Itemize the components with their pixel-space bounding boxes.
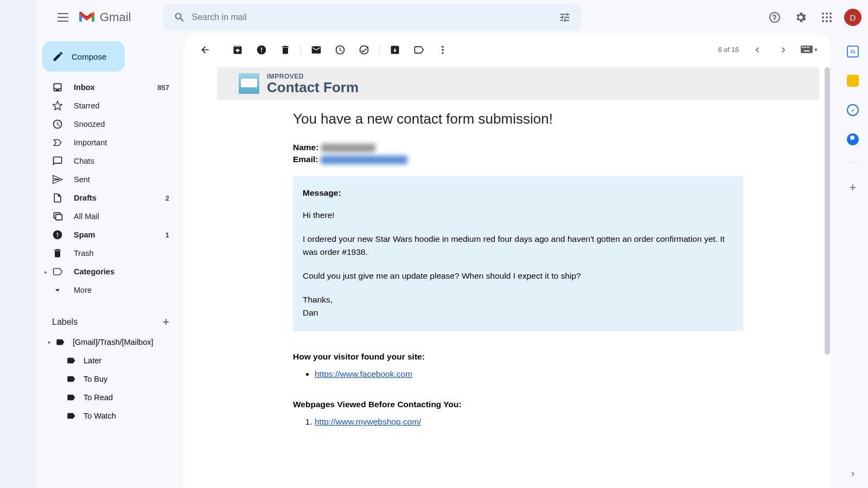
clock-icon	[335, 44, 346, 55]
nav-all-mail[interactable]: All Mail	[37, 207, 178, 226]
inbox-icon	[52, 82, 63, 93]
nav-snoozed[interactable]: Snoozed	[37, 115, 178, 133]
older-button[interactable]	[771, 39, 795, 61]
label-icon	[66, 356, 76, 365]
settings-button[interactable]	[790, 7, 812, 28]
search-button[interactable]	[168, 5, 192, 29]
email-subject: You have a new contact form submission!	[293, 111, 743, 127]
nav-drafts[interactable]: Drafts2	[37, 189, 178, 207]
email-content: IMPROVED Contact Form You have a new con…	[184, 65, 830, 488]
labels-heading: Labels	[52, 317, 78, 327]
trash-icon	[280, 44, 291, 55]
search-icon	[174, 11, 186, 23]
nav-starred[interactable]: Starred	[37, 97, 178, 115]
nav-trash[interactable]: Trash	[37, 244, 178, 262]
labels-button[interactable]	[407, 39, 431, 61]
message-paragraph: Dan	[303, 308, 318, 317]
newer-button[interactable]	[745, 39, 769, 61]
contacts-addon[interactable]	[847, 133, 859, 145]
pagination-count: 6 of 16	[718, 46, 739, 54]
categories-icon	[52, 266, 63, 277]
side-panel: + ›	[838, 35, 868, 488]
nav-spam[interactable]: Spam1	[37, 226, 178, 244]
tasks-addon[interactable]	[847, 104, 859, 116]
gmail-logo-icon	[78, 11, 95, 24]
sent-icon	[52, 174, 63, 185]
keyboard-icon	[801, 46, 813, 54]
snooze-button[interactable]	[328, 39, 352, 61]
label-icon	[55, 337, 65, 347]
label-icon	[66, 374, 76, 384]
calendar-addon[interactable]	[847, 46, 859, 57]
main-menu-button[interactable]	[50, 4, 76, 30]
found-site-link[interactable]: https://www.facebook.com	[315, 369, 412, 378]
svg-point-13	[442, 52, 443, 54]
message-label: Message:	[303, 188, 733, 198]
chevron-left-icon	[752, 44, 763, 55]
archive-button[interactable]	[226, 39, 250, 61]
label-icon	[413, 44, 424, 55]
pencil-icon	[52, 50, 64, 62]
svg-point-12	[442, 49, 443, 50]
label-item[interactable]: To Buy	[37, 370, 184, 388]
nav-more[interactable]: More	[37, 281, 178, 299]
svg-rect-15	[802, 47, 803, 48]
svg-rect-17	[805, 47, 806, 48]
chevron-right-icon	[778, 44, 789, 55]
nav-important[interactable]: Important	[37, 133, 178, 152]
more-button[interactable]	[431, 39, 455, 61]
important-icon	[52, 137, 63, 148]
chat-icon	[52, 156, 63, 166]
label-item[interactable]: ▾[Gmail]/Trash/[Mailbox]	[37, 333, 184, 351]
move-to-icon	[390, 44, 400, 55]
gear-icon	[794, 11, 807, 24]
scrollbar[interactable]	[825, 67, 830, 355]
report-spam-icon	[256, 44, 267, 55]
apps-button[interactable]	[816, 7, 838, 28]
delete-button[interactable]	[273, 39, 297, 61]
nav-categories[interactable]: ▸Categories	[37, 262, 178, 281]
add-to-tasks-button[interactable]	[352, 39, 376, 61]
svg-point-7	[829, 16, 832, 18]
nav-inbox[interactable]: Inbox857	[37, 78, 178, 97]
label-item[interactable]: To Watch	[37, 407, 184, 425]
svg-point-3	[826, 12, 828, 15]
more-icon	[52, 285, 63, 296]
archive-icon	[232, 44, 243, 55]
nav-chats[interactable]: Chats	[37, 152, 178, 170]
page-viewed-link[interactable]: http://www.mywebshop.com/	[315, 417, 421, 426]
pages-viewed-heading: Webpages Viewed Before Contacting You:	[293, 400, 743, 409]
get-addons-button[interactable]: +	[850, 181, 857, 195]
gmail-logo[interactable]: Gmail	[78, 10, 131, 24]
search-input[interactable]	[192, 12, 553, 22]
compose-button[interactable]: Compose	[42, 41, 125, 72]
hide-panel-button[interactable]: ›	[851, 468, 854, 479]
clock-icon	[52, 119, 63, 130]
account-avatar[interactable]: D	[844, 9, 861, 26]
svg-point-2	[822, 12, 824, 15]
message-box: Message: Hi there! I ordered your new St…	[293, 176, 743, 331]
nav-sent[interactable]: Sent	[37, 170, 178, 189]
support-button[interactable]	[764, 7, 786, 28]
label-item[interactable]: To Read	[37, 388, 184, 407]
svg-rect-16	[803, 47, 805, 48]
back-button[interactable]	[193, 39, 217, 61]
found-site-heading: How your visitor found your site:	[293, 352, 743, 362]
message-paragraph: Could you just give me an update please?…	[303, 269, 733, 282]
svg-point-6	[826, 16, 828, 18]
email-value-redacted	[321, 156, 407, 164]
move-to-button[interactable]	[383, 39, 407, 61]
name-label: Name:	[293, 143, 318, 152]
input-tools-button[interactable]: ▼	[797, 39, 821, 61]
search-bar[interactable]	[163, 4, 581, 30]
gmail-logo-text: Gmail	[100, 10, 131, 24]
svg-point-11	[442, 46, 443, 48]
label-item[interactable]: Later	[37, 351, 184, 370]
keep-addon[interactable]	[847, 75, 859, 87]
mark-unread-button[interactable]	[304, 39, 328, 61]
report-spam-button[interactable]	[250, 39, 273, 61]
add-label-button[interactable]: +	[158, 314, 174, 330]
svg-point-9	[826, 20, 828, 22]
search-options-button[interactable]	[553, 5, 577, 29]
star-icon	[52, 100, 63, 111]
